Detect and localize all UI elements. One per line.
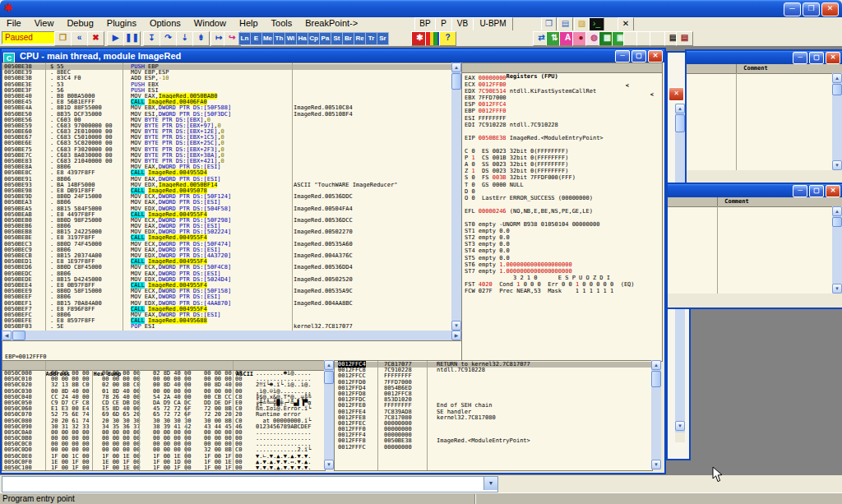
scroll-down-icon[interactable]: ▼ bbox=[832, 160, 842, 170]
register-line[interactable]: EAX 00000000 bbox=[465, 75, 662, 81]
comment-window-top-titlebar[interactable]: ─ ▢ ✕ bbox=[687, 51, 842, 64]
menu-item-tools[interactable]: Tools bbox=[265, 17, 299, 28]
dump-row[interactable]: 0050C1001F 00 1F 001F 00 1E 001F 00 1F 0… bbox=[2, 465, 325, 471]
maximize-icon[interactable]: ▢ bbox=[632, 50, 646, 62]
toolbar-button-pa[interactable]: Pa bbox=[319, 32, 331, 45]
register-line[interactable]: Z 1 DS 0023 32bit 0(FFFFFFFF) bbox=[465, 168, 662, 174]
step-over-icon[interactable]: ↷ bbox=[160, 31, 177, 46]
toolbar-button-ln[interactable]: Ln bbox=[238, 32, 251, 45]
command-input[interactable] bbox=[3, 478, 483, 491]
register-line[interactable]: D 0 bbox=[465, 188, 662, 195]
stack-row[interactable]: 0012FFF000000000 bbox=[335, 427, 652, 432]
disasm-row[interactable]: 0050BE3B.83C4 F0ADD ESP,-10 bbox=[2, 76, 452, 81]
comment-window-middle[interactable]: ─ ▢ ✕ Comment ▲ ▼ bbox=[666, 183, 842, 309]
register-line[interactable]: O 0 LastErr ERROR_SUCCESS (00000000) bbox=[465, 195, 662, 201]
register-line[interactable]: ST3 empty 0.0 bbox=[465, 241, 662, 247]
console-icon[interactable]: ›_ bbox=[589, 17, 604, 31]
maximize-icon[interactable]: ▢ bbox=[809, 52, 824, 64]
register-line[interactable]: EBX 7FFD7000 bbox=[465, 95, 662, 101]
register-line[interactable]: EDI 7C910228 ntdll.7C910228 bbox=[465, 122, 662, 128]
register-line[interactable]: ST7 empty 1.0000000000000000000 bbox=[465, 268, 662, 275]
stack-row[interactable]: 0012FFE87C817080kernel32.7C817080 bbox=[335, 415, 652, 421]
stack-row[interactable]: 0012FFD48054B6ED bbox=[335, 386, 652, 391]
scrollbar-thumb[interactable] bbox=[451, 73, 461, 90]
stack-vscrollbar[interactable]: ▲ ▼ bbox=[651, 360, 661, 469]
close-button[interactable]: ✕ bbox=[821, 2, 839, 16]
register-line[interactable] bbox=[465, 128, 662, 135]
register-line[interactable]: 3 2 1 0 E S P U O Z D I bbox=[465, 275, 662, 281]
scroll-up-icon[interactable]: ▲ bbox=[451, 62, 461, 72]
stack-row[interactable]: 0012FFC47C817077RETURN to kernel32.7C817… bbox=[335, 362, 652, 368]
register-line[interactable]: ST1 empty 0.0 bbox=[465, 228, 662, 234]
animate-into-icon[interactable]: ⇣ bbox=[176, 31, 193, 46]
stack-row[interactable]: 0012FFCCFFFFFFFF bbox=[335, 373, 652, 379]
scrollbar-thumb[interactable] bbox=[832, 217, 842, 227]
scroll-up-icon[interactable]: ▲ bbox=[832, 73, 842, 83]
dump-vscrollbar[interactable]: ▲ ▼ bbox=[324, 360, 334, 469]
scroll-down-icon[interactable]: ▼ bbox=[832, 284, 842, 294]
comment-window-top[interactable]: ─ ▢ ✕ Comment ▲ ▼ bbox=[685, 49, 842, 186]
main-titlebar[interactable]: ✱ ─ ❐ ✕ bbox=[0, 0, 842, 17]
toolbar-button-th[interactable]: Th bbox=[273, 32, 285, 45]
register-line[interactable]: ST0 empty -UNORM B938 01050104 00000000 bbox=[465, 221, 662, 228]
register-line[interactable]: C 0 ES 0023 32bit 0(FFFFFFFF) bbox=[465, 148, 662, 155]
disasm-row[interactable]: 0050BE3E.53PUSH EBX bbox=[2, 82, 452, 88]
scrollbar-thumb[interactable] bbox=[832, 84, 842, 95]
run-icon[interactable]: ▶ bbox=[107, 31, 124, 46]
register-line[interactable]: A 0 SS 0023 32bit 0(FFFFFFFF) bbox=[465, 161, 662, 168]
menu-item-plugins[interactable]: Plugins bbox=[100, 17, 143, 28]
register-line[interactable]: FST 4020 Cond 1 0 0 0 Err 0 0 1 0 0 0 0 … bbox=[465, 281, 662, 288]
menu-button-p[interactable]: P bbox=[435, 17, 452, 31]
register-line[interactable] bbox=[465, 141, 662, 148]
toolbar-button-st[interactable]: St bbox=[331, 32, 343, 45]
close-icon[interactable]: ✕ bbox=[648, 50, 663, 62]
stack-row[interactable]: 0012FFD80012FFC8 bbox=[335, 391, 652, 397]
scroll-right-icon[interactable]: ▶ bbox=[451, 331, 461, 340]
toolbar-button-ha[interactable]: Ha bbox=[296, 32, 308, 45]
scroll-up-icon[interactable]: ▲ bbox=[651, 360, 661, 370]
open-file-icon[interactable]: ❐ bbox=[54, 31, 72, 46]
stack-pane[interactable]: 0012FFC47C817077RETURN to kernel32.7C817… bbox=[334, 360, 653, 471]
scroll-up-icon[interactable]: ▲ bbox=[675, 104, 685, 113]
scroll-down-icon[interactable]: ▼ bbox=[651, 460, 661, 469]
scroll-down-icon[interactable]: ▼ bbox=[675, 421, 685, 431]
register-line[interactable]: T 0 GS 0000 NULL bbox=[465, 182, 662, 188]
scrollbar-thumb[interactable] bbox=[12, 331, 25, 340]
menubar-close-button[interactable]: ✕ bbox=[618, 17, 634, 31]
info-pane[interactable]: EBP=0012FFF0 bbox=[2, 340, 463, 362]
close-icon[interactable]: ✕ bbox=[826, 185, 840, 197]
comment-column-header[interactable]: Comment bbox=[740, 65, 768, 72]
restart-icon[interactable]: « bbox=[71, 31, 88, 46]
minimize-button[interactable]: ─ bbox=[784, 2, 801, 16]
scrollbar-thumb[interactable] bbox=[651, 371, 661, 387]
registers-pane[interactable]: Registers (FPU) < < EAX 00000000ECX 0012… bbox=[461, 62, 663, 362]
restore-button[interactable]: ❐ bbox=[803, 2, 820, 16]
disasm-row[interactable]: 0050BEFE.E8 8597F8FFCALL ImageRed.004956… bbox=[2, 318, 452, 324]
menu-item-view[interactable]: View bbox=[28, 17, 61, 28]
scroll-up-icon[interactable]: ▲ bbox=[832, 206, 842, 216]
stack-row[interactable]: 0012FFDC853D1020 bbox=[335, 397, 652, 403]
stack-row[interactable]: 0012FFE0FFFFFFFFEnd of SEH chain bbox=[335, 403, 652, 409]
register-line[interactable] bbox=[465, 201, 662, 208]
disassembly-vscrollbar[interactable]: ▲ ▼ bbox=[451, 62, 461, 331]
menu-item-file[interactable]: File bbox=[0, 17, 28, 28]
scroll-down-icon[interactable]: ▼ bbox=[324, 460, 334, 469]
menu-button-vb[interactable]: VB bbox=[451, 17, 474, 31]
menu-button-bp[interactable]: BP bbox=[414, 17, 436, 31]
step-into-icon[interactable]: ↧ bbox=[143, 31, 160, 46]
register-line[interactable]: ST5 empty 0.0 bbox=[465, 255, 662, 261]
toolbar-button-wi[interactable]: Wi bbox=[285, 32, 297, 45]
menu-item-options[interactable]: Options bbox=[143, 17, 187, 28]
scroll-left-icon[interactable]: ◀ bbox=[2, 331, 12, 340]
toolbar-button-me[interactable]: Me bbox=[261, 32, 274, 45]
comment-column-header[interactable]: Comment bbox=[721, 198, 749, 205]
resize-grip[interactable] bbox=[675, 432, 685, 442]
menu-item-help[interactable]: Help bbox=[233, 17, 265, 28]
register-line[interactable]: EIP 0050BE38 ImageRed.<ModuleEntryPoint> bbox=[465, 135, 662, 141]
disassembly-hscrollbar[interactable]: ◀ ▶ bbox=[2, 331, 461, 340]
register-line[interactable]: ESP 0012FFC4 bbox=[465, 101, 662, 108]
toolbar-button-e[interactable]: E bbox=[250, 32, 262, 45]
menu-item-window[interactable]: Window bbox=[187, 17, 233, 28]
toolbar-button-sr[interactable]: Sr bbox=[377, 32, 389, 45]
comment-window-middle-titlebar[interactable]: ─ ▢ ✕ bbox=[668, 184, 842, 197]
